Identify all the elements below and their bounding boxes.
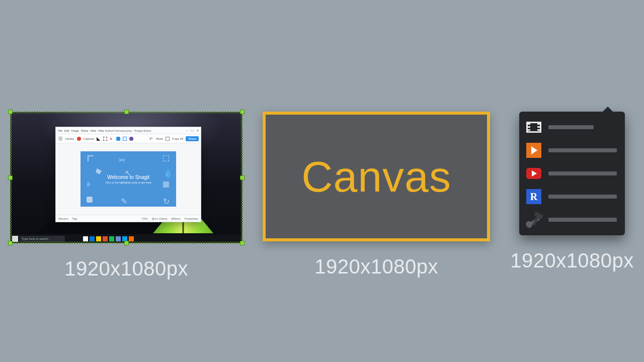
menu-help[interactable]: Help <box>98 129 104 132</box>
blur-icon: 💧 <box>163 168 169 174</box>
taskbar-app-icon[interactable] <box>90 236 95 241</box>
resize-handle-middle-left[interactable] <box>8 175 13 180</box>
taskbar-search-placeholder: Type here to search <box>22 237 48 240</box>
menu-item-label-placeholder <box>548 171 617 175</box>
panel-menu-column: R 1920x1080px <box>510 112 634 272</box>
undo-icon[interactable]: ↶ <box>149 137 153 141</box>
effects-panel-button[interactable]: Effects <box>172 217 181 220</box>
editor-menu: File Edit Image Share View Help <box>58 129 104 132</box>
close-icon[interactable]: ✕ <box>196 129 199 133</box>
menu-item-label-placeholder <box>548 148 617 152</box>
recent-tab[interactable]: Recent <box>58 217 68 220</box>
text-icon: a <box>87 180 93 187</box>
menu-item-label-placeholder <box>548 195 617 199</box>
capture-icon[interactable] <box>77 137 81 141</box>
taskbar-app-icon[interactable] <box>129 236 134 241</box>
share-button[interactable]: Share <box>186 136 199 141</box>
view-scale[interactable]: @1x (View) <box>152 217 168 220</box>
menu-file[interactable]: File <box>58 129 62 132</box>
stamp-tool-icon[interactable] <box>129 137 133 141</box>
shape-tool-icon[interactable] <box>123 137 127 141</box>
canvas-label: Canvas <box>301 152 451 202</box>
taskbar-app-icon[interactable] <box>109 236 114 241</box>
cut-icon: ✂ <box>119 155 125 161</box>
caption-panel3: 1920x1080px <box>510 249 634 272</box>
film-icon <box>526 122 541 133</box>
taskbar-app-icon[interactable] <box>103 236 108 241</box>
taskbar-search[interactable]: Type here to search <box>20 236 65 242</box>
relay-icon: R <box>526 189 541 204</box>
youtube-icon <box>526 168 541 179</box>
export-menu-item-youtube[interactable] <box>526 166 617 181</box>
library-button[interactable]: Library <box>65 137 74 140</box>
editor-titlebar: File Edit Image Share View Help EditorOv… <box>56 127 201 134</box>
export-menu: R <box>519 112 625 235</box>
taskbar-app-icon[interactable] <box>83 236 88 241</box>
copy-icon[interactable] <box>166 137 170 141</box>
minimize-icon[interactable]: – <box>186 129 188 133</box>
export-menu-item-tools[interactable] <box>526 212 617 227</box>
capture-button[interactable]: Capture <box>84 137 94 140</box>
resize-handle-bottom-right[interactable] <box>240 241 245 245</box>
window-buttons: – ☐ ✕ <box>186 129 199 133</box>
cursor-icon: ↖ <box>125 168 131 174</box>
tools-icon <box>526 212 541 227</box>
taskbar-app-icon[interactable] <box>116 236 121 241</box>
play-icon <box>526 143 541 158</box>
resize-handle-top-middle[interactable] <box>124 110 129 114</box>
panel-canvas-column: Canvas 1920x1080px <box>263 112 490 278</box>
hamburger-icon[interactable]: ≡ <box>58 134 62 143</box>
menu-share[interactable]: Share <box>81 129 89 132</box>
tag-tab[interactable]: Tag <box>72 217 77 220</box>
more-button[interactable]: More <box>156 137 163 140</box>
maximize-icon[interactable]: ☐ <box>191 129 194 133</box>
desktop-mock: File Edit Image Share View Help EditorOv… <box>10 112 243 243</box>
welcome-canvas: ✂ ↖ 💧 a ✎ ↻ Welcome to Snagit Click on t… <box>80 151 176 207</box>
pen-icon: ✎ <box>121 197 127 203</box>
welcome-subtitle: Click on the highlighted tools to see mo… <box>105 181 151 184</box>
copy-all-button[interactable]: Copy All <box>172 137 183 140</box>
move-icon: ↻ <box>163 197 169 203</box>
properties-panel-button[interactable]: Properties <box>185 217 198 220</box>
zoom-level[interactable]: 72% <box>142 217 148 220</box>
resize-handle-bottom-middle[interactable] <box>124 241 129 245</box>
caption-panel2: 1920x1080px <box>314 255 438 278</box>
crop-icon <box>88 155 94 161</box>
callout-tool-icon[interactable] <box>116 137 120 141</box>
resize-handle-top-left[interactable] <box>8 110 13 114</box>
chat-icon <box>87 197 93 203</box>
editor-toolbar: ≡ Library Capture a ↶ More <box>56 134 201 143</box>
menu-item-label-placeholder <box>548 218 617 222</box>
resize-handle-top-right[interactable] <box>240 110 245 114</box>
start-button[interactable] <box>12 236 18 242</box>
menu-item-label-placeholder <box>548 125 594 129</box>
export-menu-item-film[interactable] <box>526 120 617 135</box>
marquee-icon <box>163 155 169 161</box>
arrow-tool-icon[interactable] <box>97 137 101 141</box>
editor-canvas-area: ✂ ↖ 💧 a ✎ ↻ Welcome to Snagit Click on t… <box>56 143 201 215</box>
menu-image[interactable]: Image <box>71 129 79 132</box>
caption-panel1: 1920x1080px <box>64 257 188 280</box>
export-menu-item-play[interactable] <box>526 143 617 158</box>
menu-view[interactable]: View <box>90 129 96 132</box>
step-icon <box>163 182 169 188</box>
screenshot-selection-panel: File Edit Image Share View Help EditorOv… <box>10 112 243 243</box>
panel-screenshot-column: File Edit Image Share View Help EditorOv… <box>10 112 243 280</box>
editor-title: EditorOverview.png - Snagit Editor <box>105 129 151 132</box>
fill-icon <box>96 168 102 174</box>
select-tool-icon[interactable] <box>103 137 107 141</box>
menu-edit[interactable]: Edit <box>64 129 69 132</box>
editor-statusbar: Recent Tag 72% @1x (View) Effects Proper… <box>56 215 201 222</box>
taskbar-app-icon[interactable] <box>96 236 101 241</box>
resize-handle-middle-right[interactable] <box>240 175 245 180</box>
text-tool-icon[interactable]: a <box>110 137 114 141</box>
canvas-card: Canvas <box>263 112 490 241</box>
resize-handle-bottom-left[interactable] <box>8 241 13 245</box>
export-menu-item-relay[interactable]: R <box>526 189 617 204</box>
dropdown-caret-icon <box>603 107 613 112</box>
snagit-editor-window: File Edit Image Share View Help EditorOv… <box>55 127 201 222</box>
